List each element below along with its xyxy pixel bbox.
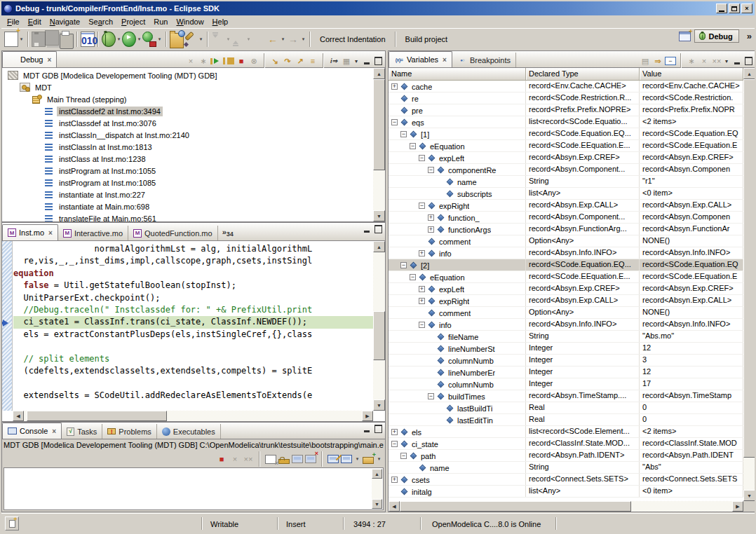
scroll-down-icon[interactable]: ▼	[373, 210, 385, 221]
scrollbar-thumb[interactable]	[373, 79, 385, 170]
expand-plus-icon[interactable]: +	[428, 226, 434, 233]
debug-tree-row[interactable]: instProgram at Inst.mo:1085	[2, 177, 373, 189]
code-line[interactable]: els = extractConstantPlusDeps(els,instSi…	[13, 329, 373, 341]
debug-tree-row[interactable]: instantiate at Main.mo:698	[2, 200, 373, 212]
scroll-right-icon[interactable]: ▶	[732, 501, 743, 512]
step-into-icon[interactable]	[269, 55, 281, 67]
column-header-name[interactable]: Name	[389, 68, 526, 80]
collapse-minus-icon[interactable]: −	[410, 274, 416, 280]
debug-tree-row[interactable]: instClassdef2 at Inst.mo:3494	[2, 105, 373, 117]
external-tools-icon[interactable]	[142, 32, 156, 47]
variable-row[interactable]: fileNameString"Abs.mo"	[389, 331, 743, 343]
variable-row[interactable]: −eqslist<record<SCode.Equatio...<2 items…	[389, 116, 743, 128]
previous-annotation-icon[interactable]	[231, 32, 245, 47]
debug-tree-row[interactable]: instProgram at Inst.mo:1055	[2, 165, 373, 177]
remove-launch-icon[interactable]	[229, 453, 241, 465]
collapse-minus-icon[interactable]: −	[419, 155, 425, 161]
tab-quotedfunction-mo[interactable]: QuotedFunction.mo	[128, 226, 218, 240]
debug-tree-row[interactable]: translateFile at Main.mo:561	[2, 212, 373, 221]
debug-tree-row[interactable]: MDT GDB [Modelica Developement Tooling (…	[2, 69, 373, 81]
collapse-minus-icon[interactable]: −	[391, 119, 398, 125]
menu-search[interactable]: Search	[84, 16, 117, 27]
variable-row[interactable]: −componentRerecord<Absyn.Component...rec…	[389, 164, 743, 176]
new-watch-expression-icon[interactable]	[686, 55, 697, 67]
debug-icon[interactable]	[102, 32, 116, 47]
debug-tree-row[interactable]: MDT	[2, 81, 373, 93]
variable-row[interactable]: −inforecord<Absyn.Info.INFO>record<Absyn…	[389, 319, 743, 331]
tab-debug[interactable]: Debug×	[2, 51, 57, 67]
tab-tasks[interactable]: Tasks	[62, 424, 102, 439]
remove-all-terminated-icon[interactable]	[185, 55, 196, 67]
console-output[interactable]: ▲ ▼	[4, 467, 384, 510]
variable-row[interactable]: −eEquationrecord<SCode.EEquation.E...rec…	[389, 140, 743, 152]
open-console-dropdown-icon[interactable]: ▾	[376, 456, 382, 462]
scroll-left-icon[interactable]: ◀	[389, 501, 400, 512]
scrollbar-thumb[interactable]	[373, 311, 385, 360]
debug-tree-row[interactable]: instClassIn__dispatch at Inst.mo:2140	[2, 129, 373, 141]
scrollbar-thumb[interactable]	[27, 411, 167, 421]
scroll-right-icon[interactable]: ▶	[362, 411, 373, 421]
minimize-view-button[interactable]	[362, 225, 371, 233]
drop-to-frame-icon[interactable]	[307, 55, 318, 67]
menu-project[interactable]: Project	[117, 16, 149, 27]
last-edit-location-icon[interactable]	[252, 32, 266, 47]
view-menu-icon[interactable]: ▾	[355, 58, 358, 64]
collapse-minus-icon[interactable]: −	[400, 131, 407, 137]
variable-row[interactable]: commentOption<Any>NONE()	[389, 235, 743, 247]
column-header-value[interactable]: Value	[640, 68, 743, 80]
variable-row[interactable]: −buildTimesrecord<Absyn.TimeStamp....rec…	[389, 390, 743, 402]
code-line[interactable]: // split elements	[13, 353, 373, 365]
debug-vertical-scrollbar[interactable]: ▲ ▼	[373, 68, 385, 221]
variable-row[interactable]: prerecord<Prefix.Prefix.NOPRE>record<Pre…	[389, 104, 743, 116]
menu-navigate[interactable]: Navigate	[46, 16, 84, 27]
scrollbar-thumb[interactable]	[743, 79, 755, 458]
open-console-icon[interactable]	[363, 457, 374, 464]
external-tools-dropdown-icon[interactable]: ▾	[156, 36, 163, 42]
debug-dropdown-icon[interactable]: ▾	[116, 36, 122, 42]
tab-inst-mo[interactable]: Inst.mo×	[2, 224, 58, 240]
code-line[interactable]: equation	[13, 268, 373, 280]
variable-row[interactable]: +elslist<record<SCode.Element...<2 items…	[389, 426, 743, 438]
run-icon[interactable]	[122, 32, 136, 47]
scroll-down-icon[interactable]: ▼	[373, 399, 385, 411]
debug-perspective-button[interactable]: Debug	[694, 29, 739, 43]
debug-tree-row[interactable]: instClassdef at Inst.mo:3076	[2, 117, 373, 129]
variable-row[interactable]: −expRightrecord<Absyn.Exp.CALL>record<Ab…	[389, 200, 743, 212]
variable-row[interactable]: +csetsrecord<Connect.Sets.SETS>record<Co…	[389, 474, 743, 486]
scroll-left-icon[interactable]: ◀	[13, 411, 24, 421]
scroll-up-icon[interactable]: ▲	[373, 68, 385, 79]
display-selected-console-dropdown-icon[interactable]: ▾	[354, 456, 360, 462]
variable-row[interactable]: columnNumbInteger17	[389, 378, 743, 390]
code-line[interactable]: (cdefelts,extendsclasselts,extendselts,c…	[13, 365, 373, 377]
view-menu-icon[interactable]: ▾	[725, 58, 728, 64]
tab-executables[interactable]: Executables	[157, 424, 221, 439]
run-dropdown-icon[interactable]: ▾	[136, 36, 142, 42]
scroll-up-icon[interactable]: ▲	[743, 68, 755, 79]
variable-row[interactable]: −[2]record<SCode.Equation.EQ...record<SC…	[389, 259, 743, 271]
clear-console-icon[interactable]	[265, 455, 276, 464]
variable-row[interactable]: +expRightrecord<Absyn.Exp.CALL>record<Ab…	[389, 295, 743, 307]
forward-dropdown-icon[interactable]: ▾	[300, 36, 306, 42]
print-icon[interactable]	[60, 34, 74, 49]
previous-annotation-dropdown-icon[interactable]: ▾	[245, 36, 252, 42]
maximize-view-button[interactable]	[744, 57, 753, 65]
new-wizard-icon[interactable]	[4, 32, 18, 47]
scroll-down-icon[interactable]: ▼	[743, 490, 755, 501]
scroll-up-icon[interactable]: ▲	[373, 241, 385, 252]
fast-view-button[interactable]	[5, 516, 19, 530]
suspend-icon[interactable]	[223, 57, 234, 64]
maximize-view-button[interactable]	[374, 425, 383, 433]
pin-console-icon[interactable]	[328, 455, 339, 463]
column-header-declared-type[interactable]: Declared Type	[526, 68, 640, 80]
save-all-icon[interactable]	[45, 30, 59, 46]
editor-code[interactable]: normalAlgorithmLst = alg, initialAlgorit…	[13, 241, 373, 411]
code-line[interactable]: false = Util.getStatefulBoolean(stopInst…	[13, 280, 373, 292]
remove-all-terminated-icon[interactable]	[243, 453, 254, 465]
code-line[interactable]: ci_state1 = ClassInf.trans(ci_state, Cla…	[13, 316, 373, 328]
expand-plus-icon[interactable]: +	[428, 214, 434, 221]
show-type-names-icon[interactable]	[640, 55, 651, 67]
menu-help[interactable]: Help	[208, 16, 233, 27]
show-logical-structure-icon[interactable]	[652, 55, 663, 67]
open-perspective-icon[interactable]	[679, 32, 691, 41]
expand-plus-icon[interactable]: +	[419, 298, 425, 304]
